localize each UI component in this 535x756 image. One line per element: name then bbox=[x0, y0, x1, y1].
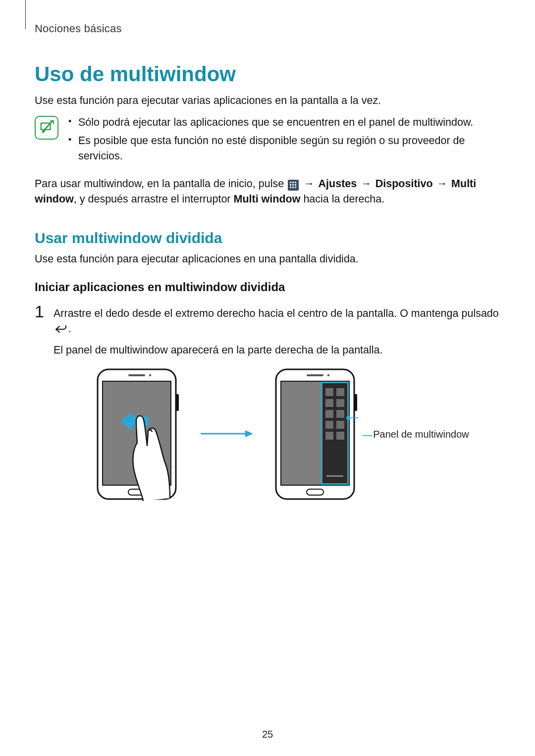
svg-rect-33 bbox=[325, 421, 333, 429]
arrow-2: → bbox=[360, 178, 375, 190]
section-lead: Use esta función para ejecutar aplicacio… bbox=[35, 252, 500, 266]
note-block: Sólo podrá ejecutar las aplicaciones que… bbox=[35, 115, 500, 167]
path-ajustes: Ajustes bbox=[319, 178, 357, 190]
arrow-1: → bbox=[303, 178, 318, 190]
svg-rect-4 bbox=[292, 184, 294, 186]
instruction-paragraph: Para usar multiwindow, en la pantalla de… bbox=[35, 176, 500, 207]
note-list: Sólo podrá ejecutar las aplicaciones que… bbox=[67, 115, 500, 167]
svg-rect-36 bbox=[336, 432, 344, 440]
svg-rect-30 bbox=[336, 399, 344, 407]
instruction-post: hacia la derecha. bbox=[300, 193, 384, 205]
svg-rect-21 bbox=[307, 374, 323, 376]
svg-rect-28 bbox=[336, 388, 344, 396]
svg-rect-24 bbox=[307, 489, 323, 495]
step-text: Arrastre el dedo desde el extremo derech… bbox=[54, 303, 500, 358]
svg-rect-5 bbox=[295, 184, 296, 186]
svg-point-12 bbox=[149, 374, 151, 376]
svg-rect-29 bbox=[325, 399, 333, 407]
page-title: Uso de multiwindow bbox=[35, 62, 500, 86]
figure-row: Panel de multiwindow bbox=[64, 368, 500, 501]
svg-rect-35 bbox=[325, 432, 333, 440]
section-header: Nociones básicas bbox=[35, 22, 500, 35]
note-item: Es posible que esta función no esté disp… bbox=[67, 133, 500, 164]
svg-rect-11 bbox=[128, 374, 145, 376]
instruction-mid: , y después arrastre el interruptor bbox=[74, 193, 234, 205]
svg-rect-8 bbox=[295, 187, 296, 188]
svg-rect-1 bbox=[292, 182, 294, 183]
figure-phone-swipe bbox=[96, 368, 180, 501]
apps-grid-icon bbox=[288, 180, 299, 191]
lead-paragraph: Use esta función para ejecutar varias ap… bbox=[35, 93, 500, 108]
note-item: Sólo podrá ejecutar las aplicaciones que… bbox=[67, 115, 500, 130]
step-number: 1 bbox=[35, 303, 48, 320]
page-number: 25 bbox=[0, 729, 535, 740]
subsection-heading: Iniciar aplicaciones en multiwindow divi… bbox=[35, 280, 500, 294]
figure-phone-panel bbox=[274, 368, 358, 501]
svg-rect-32 bbox=[336, 410, 344, 418]
section-heading: Usar multiwindow dividida bbox=[35, 230, 500, 247]
svg-rect-6 bbox=[290, 187, 291, 188]
svg-rect-7 bbox=[292, 187, 294, 188]
note-icon bbox=[35, 116, 58, 140]
arrow-3: → bbox=[436, 178, 451, 190]
svg-rect-27 bbox=[325, 388, 333, 396]
instruction-pre: Para usar multiwindow, en la pantalla de… bbox=[35, 178, 287, 190]
switch-label: Multi window bbox=[233, 193, 300, 205]
step-1: 1 Arrastre el dedo desde el extremo dere… bbox=[35, 303, 500, 358]
step-text-a: Arrastre el dedo desde el extremo derech… bbox=[54, 307, 499, 319]
svg-marker-18 bbox=[245, 430, 253, 437]
svg-rect-2 bbox=[295, 182, 296, 183]
path-dispositivo: Dispositivo bbox=[375, 178, 433, 190]
svg-rect-0 bbox=[290, 182, 291, 183]
svg-rect-34 bbox=[336, 421, 344, 429]
svg-point-22 bbox=[327, 374, 329, 376]
step-period: . bbox=[68, 323, 71, 335]
callout-label: Panel de multiwindow bbox=[373, 429, 469, 440]
svg-rect-37 bbox=[326, 475, 343, 477]
step-text-b: El panel de multiwindow aparecerá en la … bbox=[54, 344, 383, 356]
back-icon bbox=[54, 325, 67, 334]
svg-rect-3 bbox=[290, 184, 291, 186]
document-page: Nociones básicas Uso de multiwindow Use … bbox=[0, 0, 535, 756]
transition-arrow-icon bbox=[200, 429, 254, 441]
figure-phone-panel-group: Panel de multiwindow bbox=[274, 368, 469, 501]
svg-rect-31 bbox=[325, 410, 333, 418]
header-rule bbox=[25, 0, 26, 29]
